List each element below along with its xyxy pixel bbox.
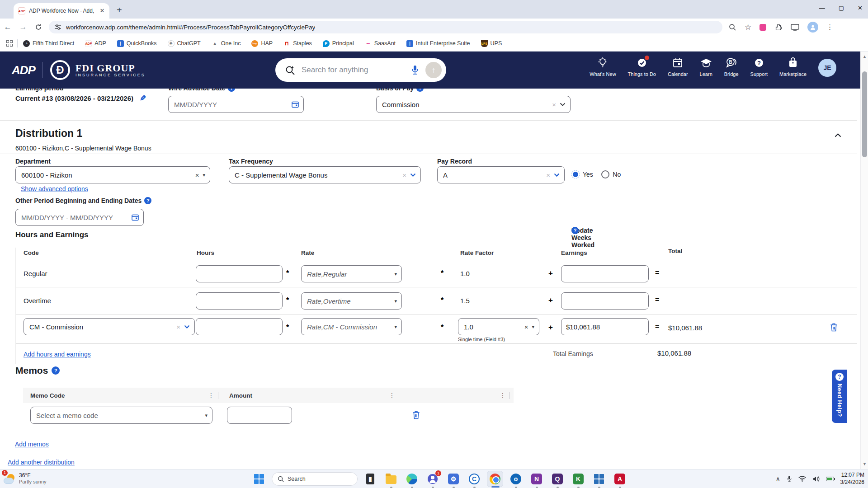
help-icon[interactable]: ?: [571, 227, 579, 234]
taskbar-app-keeper[interactable]: K: [570, 471, 586, 487]
browser-profile-avatar[interactable]: [807, 22, 818, 33]
cast-icon[interactable]: [791, 24, 799, 31]
site-settings-icon[interactable]: [54, 23, 61, 31]
nav-support[interactable]: ? Support: [750, 57, 768, 77]
taskbar-app-copilot[interactable]: C: [466, 471, 482, 487]
reload-button[interactable]: [31, 23, 46, 31]
collapse-chevron-icon[interactable]: [835, 133, 841, 137]
bookmark-chatgpt[interactable]: ✳ChatGPT: [168, 40, 201, 47]
forward-button[interactable]: →: [15, 23, 31, 32]
column-menu-icon[interactable]: ⋮: [500, 392, 506, 399]
tray-battery-icon[interactable]: [826, 477, 834, 481]
tray-wifi-icon[interactable]: [798, 476, 806, 482]
memo-code-select[interactable]: Select a memo code ▾: [30, 407, 212, 424]
global-search[interactable]: Search for anything ↑: [275, 58, 446, 82]
taskbar-search[interactable]: Search: [272, 472, 358, 486]
scrollbar-thumb[interactable]: [862, 71, 867, 157]
bookmark-intuit[interactable]: |Intuit Enterprise Suite: [406, 40, 470, 47]
taskbar-app-quickbooks[interactable]: Q: [549, 471, 566, 487]
nav-calendar[interactable]: Calendar: [668, 57, 688, 77]
scroll-down-icon[interactable]: ▼: [861, 462, 868, 466]
add-distribution-link[interactable]: Add another distribution: [8, 459, 75, 466]
taskbar-app-onenote[interactable]: N: [528, 471, 545, 487]
search-submit-button[interactable]: ↑: [425, 62, 442, 78]
bookmark-star-icon[interactable]: ☆: [745, 23, 751, 32]
basis-of-pay-select[interactable]: Commission ×: [376, 96, 571, 113]
taskbar-app-edge[interactable]: [404, 471, 420, 487]
memo-amount-input[interactable]: [227, 407, 292, 424]
taskbar-clock[interactable]: 12:07 PM 3/24/2026: [840, 472, 864, 486]
taskbar-app-chrome[interactable]: [487, 471, 503, 487]
apps-grid-icon[interactable]: [6, 40, 13, 47]
bookmark-hap[interactable]: hapHAP: [251, 40, 273, 47]
show-advanced-link[interactable]: Show advanced options: [21, 185, 88, 192]
scroll-up-icon[interactable]: ▲: [861, 54, 868, 59]
zoom-icon[interactable]: [729, 23, 736, 31]
pay-record-select[interactable]: A ×: [437, 166, 565, 183]
nav-things-to-do[interactable]: Things to Do: [628, 57, 656, 77]
microphone-icon[interactable]: [411, 65, 419, 75]
rate-select[interactable]: Rate,Overtime▾: [301, 292, 402, 310]
earnings-input[interactable]: [561, 292, 649, 310]
hours-input[interactable]: [196, 318, 283, 335]
tray-mic-icon[interactable]: [787, 475, 792, 483]
taskbar-app-teams[interactable]: 1: [425, 471, 441, 487]
tab-close-icon[interactable]: ✕: [99, 7, 106, 14]
department-select[interactable]: 600100 - Rizikon × ▾: [15, 166, 210, 183]
column-menu-icon[interactable]: ⋮: [389, 392, 395, 399]
tray-volume-icon[interactable]: [812, 476, 820, 482]
start-button[interactable]: [251, 471, 267, 487]
taskbar-app-calculator[interactable]: [591, 471, 607, 487]
taskbar-app-file-explorer[interactable]: [383, 471, 399, 487]
hours-input[interactable]: [196, 292, 283, 310]
help-icon[interactable]: ?: [228, 89, 235, 92]
column-menu-icon[interactable]: ⋮: [208, 392, 214, 399]
window-minimize-button[interactable]: —: [819, 5, 825, 11]
rate-factor-select[interactable]: 1.0 × ▾: [458, 318, 539, 335]
clear-icon[interactable]: ×: [176, 323, 180, 331]
bookmark-saasant[interactable]: ∼SaasAnt: [365, 40, 396, 47]
back-button[interactable]: ←: [0, 23, 15, 32]
taskbar-app-outlook[interactable]: o: [508, 471, 524, 487]
extension-pink-icon[interactable]: [760, 24, 766, 31]
bookmark-quickbooks[interactable]: |QuickBooks: [117, 40, 157, 47]
bookmark-one-inc[interactable]: ▲One Inc: [212, 40, 241, 47]
earnings-input[interactable]: [561, 318, 649, 335]
taskbar-app-notepad[interactable]: ▮: [362, 471, 378, 487]
page-scrollbar[interactable]: ▲ ▼: [860, 52, 868, 469]
nav-bridge[interactable]: B Bridge: [724, 57, 739, 77]
help-icon[interactable]: ?: [52, 366, 60, 375]
need-help-tab[interactable]: ? Need Help?: [832, 370, 847, 423]
window-close-button[interactable]: ✕: [858, 5, 863, 11]
bookmark-staples[interactable]: ⊓Staples: [283, 40, 312, 47]
advance-date-field[interactable]: MM/DD/YYYY: [168, 96, 304, 113]
bookmark-fifth-third[interactable]: ◔Fifth Third Direct: [23, 40, 74, 47]
nav-learn[interactable]: Learn: [700, 57, 712, 77]
address-bar[interactable]: workforcenow.adp.com/theme/admin.html#/P…: [49, 21, 722, 33]
taskbar-app-settings[interactable]: ⚙: [445, 471, 462, 487]
tray-expand-icon[interactable]: ∧: [776, 475, 780, 482]
calendar-picker-icon[interactable]: [132, 214, 139, 221]
nav-marketplace[interactable]: Marketplace: [779, 57, 807, 77]
help-icon[interactable]: ?: [144, 197, 151, 204]
rate-select[interactable]: Rate,Regular▾: [301, 265, 402, 282]
tax-frequency-select[interactable]: C - Supplemental Wage Bonus ×: [229, 166, 421, 183]
hours-input[interactable]: [196, 265, 283, 282]
browser-menu-icon[interactable]: ⋮: [826, 23, 833, 31]
taskbar-weather[interactable]: 1 36°F Partly sunny: [4, 472, 71, 485]
clear-icon[interactable]: ×: [402, 171, 406, 179]
add-memos-link[interactable]: Add memos: [15, 441, 49, 448]
radio-yes[interactable]: [571, 170, 580, 178]
edit-pencil-icon[interactable]: ✎: [140, 94, 146, 103]
clear-icon[interactable]: ×: [552, 101, 556, 108]
other-period-field[interactable]: MM/DD/YYYY - MM/DD/YYYY: [15, 209, 144, 226]
new-tab-button[interactable]: +: [117, 5, 122, 14]
rate-select[interactable]: Rate,CM - Commission▾: [301, 318, 402, 335]
radio-no[interactable]: [601, 170, 609, 178]
bookmark-ups[interactable]: UPSUPS: [481, 40, 502, 47]
bookmark-principal[interactable]: PPrincipal: [323, 40, 354, 47]
earnings-input[interactable]: [561, 265, 649, 282]
extensions-icon[interactable]: [774, 23, 783, 31]
window-maximize-button[interactable]: ▢: [839, 5, 844, 11]
browser-tab[interactable]: ADP ADP Workforce Now - Add, Adj ✕: [14, 3, 109, 19]
